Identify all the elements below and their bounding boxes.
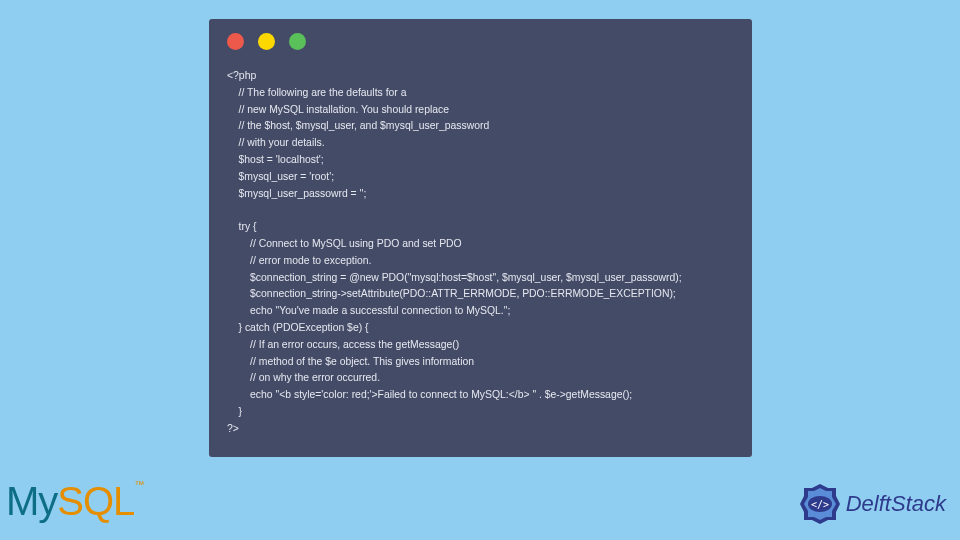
close-icon[interactable] [227,33,244,50]
delftstack-badge-icon: </> [798,482,842,526]
mysql-logo-my: My [6,479,57,523]
delftstack-logo: </> DelftStack [798,482,946,526]
maximize-icon[interactable] [289,33,306,50]
code-content: <?php // The following are the defaults … [227,68,734,438]
window-traffic-lights [227,33,734,50]
mysql-logo-tm: ™ [134,479,143,490]
mysql-logo: MySQL™ [6,479,143,524]
svg-text:</>: </> [811,499,829,510]
mysql-logo-sql: SQL [57,479,134,523]
minimize-icon[interactable] [258,33,275,50]
delftstack-logo-text: DelftStack [846,491,946,517]
code-window: <?php // The following are the defaults … [209,19,752,457]
